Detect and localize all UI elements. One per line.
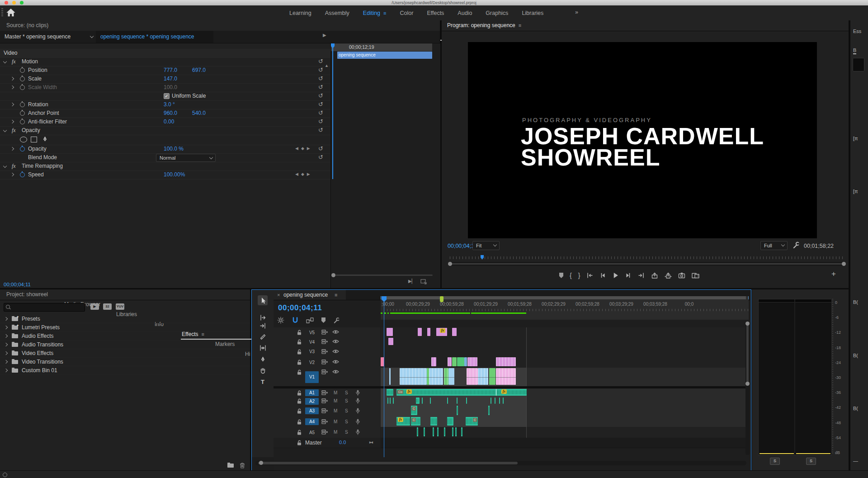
- workspace-tab-audio[interactable]: Audio: [458, 10, 472, 16]
- timeline-vertical-scrollbar[interactable]: [745, 322, 750, 455]
- track-lock-icon[interactable]: [297, 419, 302, 425]
- type-tool[interactable]: T: [258, 377, 268, 387]
- ec-row-speed[interactable]: Speed100.00%◀◆▶: [0, 170, 330, 180]
- collapsed-panel-tab[interactable]: B(: [853, 299, 858, 305]
- toggle-animation-stopwatch[interactable]: [20, 119, 25, 124]
- add-button[interactable]: +: [831, 270, 836, 279]
- toggle-animation-stopwatch[interactable]: [20, 111, 25, 116]
- track-lane-v2[interactable]: [381, 357, 749, 368]
- timeline-clip[interactable]: [417, 427, 418, 436]
- property-value[interactable]: 3.0 °: [164, 101, 175, 108]
- solo-button[interactable]: S: [345, 430, 348, 435]
- export-frame-button[interactable]: [678, 272, 685, 279]
- expand-icon[interactable]: [4, 360, 8, 364]
- voiceover-record-mic-icon[interactable]: [356, 408, 360, 414]
- timeline-clip[interactable]: [452, 328, 457, 336]
- effects-search-box[interactable]: [4, 303, 85, 312]
- ec-row-video[interactable]: Video: [0, 49, 330, 58]
- ec-horizontal-scrollbar-handle[interactable]: [331, 273, 335, 277]
- track-lock-icon[interactable]: [297, 440, 302, 445]
- voiceover-record-mic-icon[interactable]: [356, 390, 360, 396]
- pen-tool[interactable]: [258, 354, 268, 364]
- toggle-animation-stopwatch[interactable]: [20, 147, 25, 151]
- track-lane-v3[interactable]: [381, 346, 749, 357]
- track-name-a3[interactable]: A3: [305, 407, 319, 414]
- timeline-clip[interactable]: C: [411, 417, 420, 426]
- linked-selection-icon[interactable]: [306, 317, 314, 324]
- snap-icon[interactable]: [292, 317, 298, 324]
- ec-row-uniform-scale[interactable]: ✓ Uniform Scale↺: [0, 92, 330, 101]
- uniform-scale-checkbox[interactable]: ✓: [164, 93, 170, 99]
- timeline-clip[interactable]: [467, 368, 478, 385]
- sync-lock-icon[interactable]: [321, 339, 328, 344]
- timeline-clip[interactable]: [390, 398, 391, 404]
- export-frame-icon[interactable]: [420, 279, 427, 284]
- go-to-out-button[interactable]: [638, 272, 645, 279]
- track-lock-icon[interactable]: [297, 390, 302, 396]
- expand-icon[interactable]: [4, 351, 8, 355]
- property-value[interactable]: 100.0: [164, 84, 177, 90]
- workspace-tab-learning[interactable]: Learning: [289, 10, 311, 16]
- play-button[interactable]: [612, 272, 619, 279]
- track-lane-v4[interactable]: [381, 337, 749, 347]
- ec-row-scale-width[interactable]: Scale Width100.0↺: [0, 83, 330, 92]
- collapsed-panel-thumbnail[interactable]: [853, 58, 864, 71]
- timeline-clip[interactable]: fx: [396, 417, 410, 426]
- play-animation-icon[interactable]: ▶▏: [408, 279, 415, 284]
- timeline-clip[interactable]: [447, 417, 453, 426]
- solo-button[interactable]: S: [345, 419, 348, 424]
- expand-icon[interactable]: [10, 103, 14, 106]
- sync-lock-icon[interactable]: [321, 330, 328, 335]
- timeline-clip[interactable]: [422, 398, 423, 404]
- timeline-clip[interactable]: [457, 357, 464, 366]
- timeline-playhead[interactable]: [384, 296, 384, 457]
- timeline-clip[interactable]: [491, 398, 491, 404]
- property-value[interactable]: 960.0: [164, 110, 177, 116]
- workspace-tab-assembly[interactable]: Assembly: [325, 10, 349, 16]
- search-input[interactable]: [11, 304, 83, 311]
- track-name-a4[interactable]: A4: [305, 418, 319, 425]
- timeline-clip[interactable]: [464, 357, 467, 366]
- collapsed-panel-tab[interactable]: B(: [853, 353, 858, 358]
- track-lock-icon[interactable]: [297, 369, 302, 375]
- program-monitor-tab[interactable]: Program: opening sequence≡: [446, 20, 853, 30]
- timeline-clip[interactable]: [496, 357, 516, 366]
- ellipse-mask-icon[interactable]: [20, 137, 27, 142]
- collapse-icon[interactable]: [3, 164, 7, 168]
- reset-parameter-icon[interactable]: ↺: [318, 145, 323, 152]
- track-lane-v5[interactable]: fx: [381, 327, 749, 338]
- track-header-v2[interactable]: V2: [274, 357, 380, 368]
- timeline-clip[interactable]: [455, 427, 457, 436]
- collapse-icon[interactable]: [3, 60, 7, 63]
- rect-mask-icon[interactable]: [31, 137, 37, 142]
- slip-tool[interactable]: [258, 343, 268, 353]
- timeline-clip[interactable]: [430, 398, 431, 404]
- solo-button[interactable]: S: [345, 408, 348, 413]
- voiceover-record-mic-icon[interactable]: [356, 398, 360, 404]
- track-header-a3[interactable]: A3M S: [274, 405, 380, 417]
- timeline-clip[interactable]: [457, 398, 458, 404]
- timeline-clip[interactable]: [467, 357, 477, 366]
- ec-row-opacity[interactable]: fx Opacity↺: [0, 126, 330, 135]
- voiceover-record-mic-icon[interactable]: [356, 419, 360, 425]
- timeline-clip[interactable]: C: [466, 417, 478, 426]
- track-name-v3[interactable]: V3: [305, 348, 319, 355]
- bin-row-audio-effects[interactable]: Audio Effects: [0, 331, 250, 341]
- track-lane-a2[interactable]: [381, 397, 749, 406]
- timeline-clip[interactable]: [466, 398, 467, 404]
- ec-row-anchor-point[interactable]: Anchor Point960.0540.0↺: [0, 109, 330, 118]
- timeline-clip[interactable]: [437, 427, 439, 436]
- toggle-animation-stopwatch[interactable]: [20, 102, 25, 107]
- ec-row-blend-mode[interactable]: Blend Mode Normal↺: [0, 153, 330, 162]
- timeline-clip[interactable]: [444, 427, 445, 436]
- timeline-clip[interactable]: [478, 368, 488, 385]
- timeline-clip[interactable]: [418, 328, 422, 336]
- timeline-settings-icon[interactable]: [333, 317, 340, 324]
- expand-icon[interactable]: [4, 369, 8, 372]
- track-header-a4[interactable]: A4M S: [274, 416, 380, 427]
- extract-button[interactable]: [665, 272, 672, 279]
- bin-row-presets[interactable]: ✦ Presets: [0, 314, 250, 323]
- lift-button[interactable]: [651, 272, 658, 279]
- pen-mask-icon[interactable]: [42, 136, 48, 142]
- timeline-clip[interactable]: [416, 398, 420, 404]
